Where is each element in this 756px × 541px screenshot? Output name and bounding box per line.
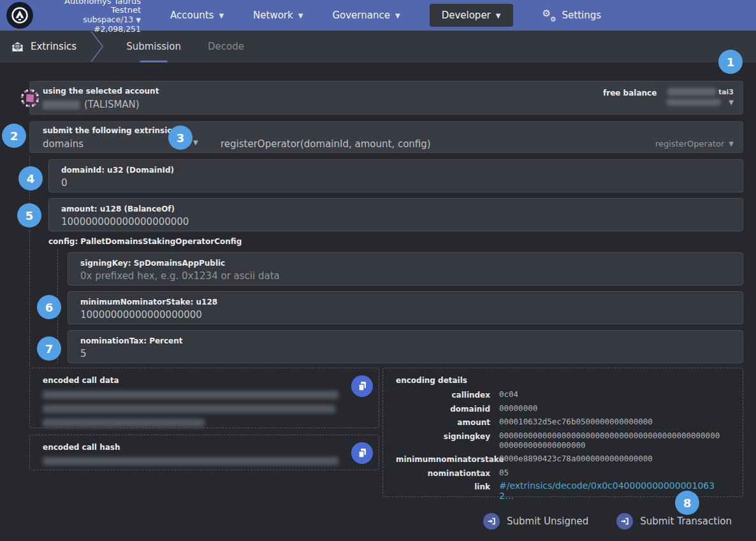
gears-icon: ⚙⚙: [542, 9, 556, 22]
annotation-badge-7: 7: [37, 336, 61, 361]
annotation-badge-4: 4: [18, 166, 43, 191]
nav-item-settings[interactable]: ⚙⚙ Settings: [542, 9, 602, 22]
chevron-down-icon: ▼: [729, 99, 734, 106]
redacted-account-name: [43, 101, 80, 109]
nav-item-accounts[interactable]: Accounts▼: [170, 10, 224, 21]
field-domainid-label: domainId: u32 (DomainId): [61, 166, 731, 175]
chevron-down-icon: ▼: [729, 140, 734, 147]
tab-submission[interactable]: Submission: [126, 31, 181, 62]
sign-in-icon: [616, 513, 633, 530]
submit-actions: Submit Unsigned Submit Transaction: [483, 513, 732, 530]
field-minimumnominatorstake[interactable]: minimumNominatorStake: u128 100000000000…: [68, 291, 743, 324]
tab-decode[interactable]: Decode: [208, 31, 244, 62]
section-label: Extrinsics: [31, 41, 76, 52]
block-number: #2,098,251: [39, 25, 141, 34]
redacted-call-data-line: [43, 391, 338, 399]
extrinsics-icon: [11, 41, 24, 52]
field-signingkey[interactable]: signingKey: SpDomainsAppPublic 0x prefix…: [68, 252, 743, 285]
field-signingkey-input[interactable]: 0x prefixed hex, e.g. 0x1234 or ascii da…: [80, 270, 731, 282]
field-amount-label: amount: u128 (BalanceOf): [61, 205, 731, 213]
account-source: (TALISMAN): [84, 99, 140, 110]
encoding-details-box: encoding details callindex 0c04 domainid…: [382, 368, 743, 497]
chevron-down-icon: ▼: [395, 12, 400, 19]
annotation-badge-6: 6: [37, 295, 61, 319]
redacted-balance-secondary: [667, 99, 720, 106]
copy-icon: [358, 448, 367, 458]
app-header: Autonomys Taurus Testnet subspace/13▼ #2…: [0, 0, 756, 31]
tab-bar: Extrinsics Submission Decode: [0, 31, 756, 62]
field-domainid[interactable]: domainId: u32 (DomainId) 0: [48, 159, 743, 192]
runtime-selector[interactable]: subspace/13▼: [39, 15, 141, 25]
encoded-call-data-box: encoded call data: [29, 368, 379, 428]
encoding-row: amount 000010632d5ec76b0500000000000000: [396, 417, 730, 427]
nav-item-network[interactable]: Network▼: [253, 10, 303, 21]
nav-item-governance[interactable]: Governance▼: [332, 10, 400, 21]
field-minimumnominatorstake-input[interactable]: 10000000000000000000: [80, 309, 731, 321]
breadcrumb-chevron-icon: [90, 31, 104, 62]
extrinsic-select-row: submit the following extrinsic domains ▼…: [29, 121, 743, 153]
field-signingkey-label: signingKey: SpDomainsAppPublic: [80, 259, 731, 268]
copy-icon: [358, 381, 367, 391]
encoding-row: domainid 00000000: [396, 403, 730, 414]
chevron-down-icon: ▼: [136, 17, 141, 24]
extrinsic-label: submit the following extrinsic: [43, 126, 171, 135]
chain-info: Autonomys Taurus Testnet subspace/13▼ #2…: [39, 0, 141, 34]
account-identicon: [20, 89, 40, 108]
redacted-call-hash-line: [43, 457, 338, 465]
encoding-row: nominationtax 05: [396, 468, 730, 478]
encoded-call-hash-box: encoded call hash: [29, 435, 379, 470]
copy-call-hash-button[interactable]: [351, 442, 373, 464]
chevron-down-icon[interactable]: ▼: [193, 139, 198, 146]
pallet-dropdown[interactable]: domains: [43, 138, 84, 150]
chain-name: Autonomys Taurus Testnet: [39, 0, 141, 15]
chevron-down-icon: ▼: [496, 12, 501, 19]
field-minimumnominatorstake-label: minimumNominatorStake: u128: [80, 298, 731, 307]
field-nominationtax-label: nominationTax: Percent: [80, 336, 731, 345]
redacted-call-data-line: [43, 419, 205, 427]
redacted-call-data-line: [43, 405, 335, 413]
encoding-row: signingkey 00000000000000000000000000000…: [396, 431, 730, 451]
section-head-extrinsics: Extrinsics: [0, 41, 76, 52]
annotation-badge-2: 2: [2, 124, 26, 148]
encoding-details-label: encoding details: [396, 376, 730, 385]
encoding-row: minimumnominatorstake 0000e8890423c78a00…: [396, 454, 730, 464]
balance-unit: tai3: [718, 88, 734, 96]
chevron-down-icon: ▼: [298, 12, 303, 19]
annotation-badge-8: 8: [675, 491, 699, 515]
field-nominationtax-input[interactable]: 5: [80, 348, 731, 359]
balance-secondary[interactable]: ▼: [667, 97, 734, 107]
copy-call-data-button[interactable]: [351, 375, 373, 397]
free-balance-value: tai3: [667, 87, 734, 97]
field-amount[interactable]: amount: u128 (BalanceOf) 100000000000000…: [48, 198, 743, 231]
main-content: using the selected account (TALISMAN) fr…: [0, 62, 756, 541]
field-nominationtax[interactable]: nominationTax: Percent 5: [68, 330, 743, 363]
submit-unsigned-button[interactable]: Submit Unsigned: [483, 513, 588, 530]
method-dropdown[interactable]: registerOperator(domainId, amount, confi…: [221, 138, 431, 150]
redacted-balance: [667, 88, 716, 96]
submit-transaction-button[interactable]: Submit Transaction: [616, 513, 732, 530]
encoding-row: callindex 0c04: [396, 389, 730, 400]
field-amount-input[interactable]: 100000000000000000000: [61, 216, 731, 227]
encoded-call-hash-label: encoded call hash: [43, 443, 366, 452]
method-name-dropdown[interactable]: registerOperator ▼: [655, 139, 734, 148]
annotation-badge-3: 3: [168, 126, 193, 150]
annotation-badge-5: 5: [17, 203, 41, 227]
autonomys-logo-icon[interactable]: [6, 2, 33, 29]
field-domainid-input[interactable]: 0: [61, 177, 731, 189]
config-section-label: config: PalletDomainsStakingOperatorConf…: [48, 237, 242, 246]
nav-item-developer[interactable]: Developer▼: [430, 4, 513, 27]
sign-in-icon: [483, 513, 500, 530]
annotation-badge-1: 1: [718, 50, 743, 74]
account-select-row[interactable]: using the selected account (TALISMAN) fr…: [29, 81, 743, 115]
encoded-call-data-label: encoded call data: [43, 376, 366, 385]
main-nav: Accounts▼ Network▼ Governance▼ Developer…: [170, 4, 601, 27]
tabs: Submission Decode: [126, 31, 244, 62]
free-balance-label: free balance: [603, 87, 657, 97]
chevron-down-icon: ▼: [219, 12, 224, 19]
